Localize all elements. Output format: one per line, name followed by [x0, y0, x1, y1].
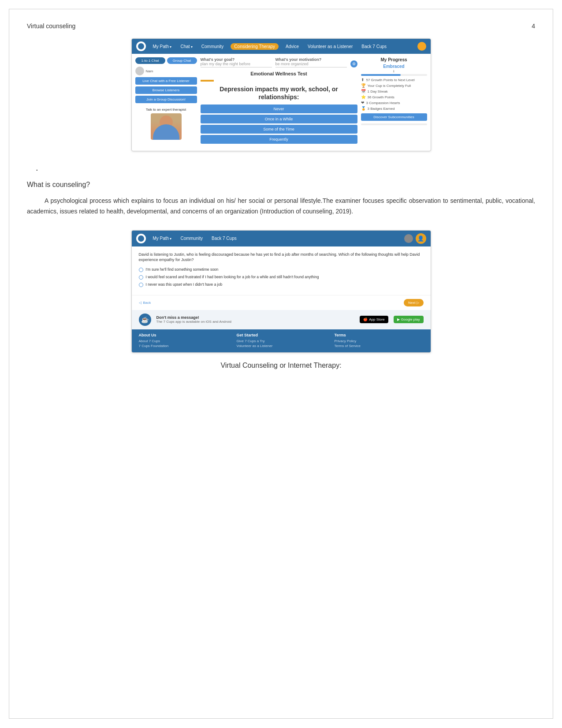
nav-advice[interactable]: Advice: [284, 43, 301, 50]
nav2-my-path[interactable]: My Path: [151, 235, 174, 242]
motivation-label: What's your motivation?: [275, 57, 347, 62]
screenshot-2: My Path Community Back 7 Cups 👤 David is…: [131, 230, 431, 353]
answer-never[interactable]: Never: [201, 105, 357, 113]
motivation-input[interactable]: be more organized: [275, 62, 347, 67]
progress-title: My Progress: [361, 57, 427, 62]
chat-tabs: 1-to-1 Chat Group Chat: [135, 57, 197, 64]
answer-some[interactable]: Some of the Time: [201, 125, 357, 134]
goal-section: What's your goal? plan my day the night …: [201, 57, 272, 67]
chat-avatar-nam: [135, 67, 144, 75]
radio-3[interactable]: [139, 283, 143, 287]
settings-icon[interactable]: ⚙: [350, 60, 357, 67]
quiz-option-2[interactable]: I would feel scared and frustrated if I …: [139, 275, 424, 280]
progress-bottom-bar: [361, 123, 427, 125]
dot-separator: ·: [36, 164, 535, 175]
quiz-footer: ◁ Back Next ▷: [132, 295, 431, 310]
tab-group-chat[interactable]: Group Chat: [167, 57, 197, 64]
nav-bar-2: My Path Community Back 7 Cups 👤: [132, 231, 431, 246]
progress-item-0: ⬆ 57 Growth Points to Next Level: [361, 78, 427, 82]
progress-item-4: ❤ 3 Compassion Hearts: [361, 101, 427, 105]
chat-name-nam: Nam: [146, 69, 153, 73]
therapist-section: Talk to an expert therapist: [135, 108, 197, 140]
back-button[interactable]: ◁ Back: [139, 301, 151, 305]
user-avatar-2a: [404, 234, 413, 243]
therapist-image: [151, 113, 182, 140]
user-avatar-1: [417, 42, 426, 51]
footer-terms-item-0[interactable]: Privacy Policy: [335, 339, 424, 343]
section-heading-counseling: What is counseling?: [27, 181, 535, 189]
back-arrow-icon: ◁: [139, 301, 141, 305]
nav-considering-therapy[interactable]: Considering Therapy: [231, 43, 279, 50]
content-area-1: 1-to-1 Chat Group Chat Nam Live Chat wit…: [132, 54, 431, 151]
next-arrow-icon: ▷: [417, 301, 419, 305]
growth-icon: ⬆: [361, 78, 365, 82]
nav2-right: 👤: [404, 233, 426, 244]
nav-bar-1: My Path Chat Community Considering Thera…: [132, 39, 431, 54]
therapist-label: Talk to an expert therapist: [135, 108, 197, 112]
nav2-back7cups[interactable]: Back 7 Cups: [210, 235, 238, 242]
nav-chat[interactable]: Chat: [179, 43, 194, 50]
nav-back7cups[interactable]: Back 7 Cups: [360, 43, 388, 50]
radio-1[interactable]: [139, 268, 143, 272]
quiz-question: David is listening to Justin, who is fee…: [139, 252, 424, 263]
quiz-option-1[interactable]: I'm sure he'll find something sometime s…: [139, 267, 424, 272]
live-chat-btn[interactable]: Live Chat with a Free Listener: [135, 77, 197, 85]
page-header: Virtual counseling 4: [27, 22, 535, 30]
progress-item-3: ⭐ 36 Growth Points: [361, 95, 427, 99]
footer-getstarted-item-1[interactable]: Volunteer as a Listener: [237, 344, 326, 348]
browse-listeners-btn[interactable]: Browse Listeners: [135, 86, 197, 94]
body-text-area: What is counseling? A psychological proc…: [27, 176, 535, 230]
next-label: Next: [408, 301, 415, 305]
progress-item-1: 🏆 Your Cup is Completely Full: [361, 83, 427, 88]
promo-logo: ☕: [139, 314, 151, 326]
wellness-accent-bar: [201, 80, 214, 82]
page-title: Virtual counseling: [27, 22, 75, 30]
progress-status: Embraced: [361, 64, 427, 69]
progress-bar-container: [361, 74, 427, 76]
google-play-label: Google play: [401, 317, 420, 321]
footer-getstarted-title: Get Started: [237, 333, 326, 337]
progress-bar-fill: [361, 74, 401, 76]
nav-volunteer[interactable]: Volunteer as a Listener: [306, 43, 354, 50]
app-store-button[interactable]: 🍎 App Store: [360, 316, 388, 323]
nav2-community[interactable]: Community: [179, 235, 205, 242]
points-icon: ⭐: [361, 95, 366, 99]
nav-community[interactable]: Community: [200, 43, 226, 50]
promo-text: Don't miss a message! The 7 Cups app is …: [156, 315, 355, 324]
user-icon: 👤: [417, 235, 424, 242]
badges-icon: 🏅: [361, 106, 366, 111]
option-text-3: I never was this upset when I didn't hav…: [146, 282, 223, 287]
right-panel: My Progress Embraced ℹ ⬆ 57 Growth Point…: [361, 57, 427, 147]
tab-1to1-chat[interactable]: 1-to-1 Chat: [135, 57, 165, 64]
group-discussion-btn[interactable]: Join a Group Discussion!: [135, 96, 197, 103]
quiz-content: David is listening to Justin, who is fee…: [132, 246, 431, 295]
answer-frequently[interactable]: Frequently: [201, 135, 357, 144]
footer-about-item-0[interactable]: About 7 Cups: [139, 339, 228, 343]
wellness-test-title: Emotional Wellness Test: [201, 71, 357, 76]
footer-getstarted-item-0[interactable]: Give 7 Cups a Try: [237, 339, 326, 343]
answer-once[interactable]: Once in a While: [201, 115, 357, 123]
nav-logo-1: [136, 41, 146, 51]
radio-2[interactable]: [139, 275, 143, 280]
progress-status-note: ℹ: [361, 70, 427, 73]
screenshot-1: My Path Chat Community Considering Thera…: [131, 38, 431, 151]
progress-item-5: 🏅 3 Badges Earned: [361, 106, 427, 111]
motivation-section: What's your motivation? be more organize…: [275, 57, 347, 67]
apple-icon: 🍎: [363, 317, 368, 321]
quiz-option-3[interactable]: I never was this upset when I didn't hav…: [139, 282, 424, 287]
next-button[interactable]: Next ▷: [404, 299, 423, 306]
nav-logo-2: [136, 234, 146, 243]
goal-input[interactable]: plan my day the night before: [201, 62, 272, 67]
goal-label: What's your goal?: [201, 57, 272, 62]
app-store-label: App Store: [369, 317, 385, 321]
cup-icon: 🏆: [361, 83, 366, 88]
footer-terms-item-1[interactable]: Terms of Service: [335, 344, 424, 348]
google-play-icon: ▶: [397, 317, 400, 321]
back-label: Back: [143, 301, 151, 305]
section-heading-2: Virtual Counseling or Internet Therapy:: [27, 362, 535, 370]
discover-btn[interactable]: Discover Subcommunities: [361, 113, 427, 121]
footer-about-item-1[interactable]: 7 Cups Foundation: [139, 344, 228, 348]
middle-panel: What's your goal? plan my day the night …: [201, 57, 357, 147]
nav-my-path[interactable]: My Path: [151, 43, 174, 50]
google-play-button[interactable]: ▶ Google play: [394, 316, 424, 323]
